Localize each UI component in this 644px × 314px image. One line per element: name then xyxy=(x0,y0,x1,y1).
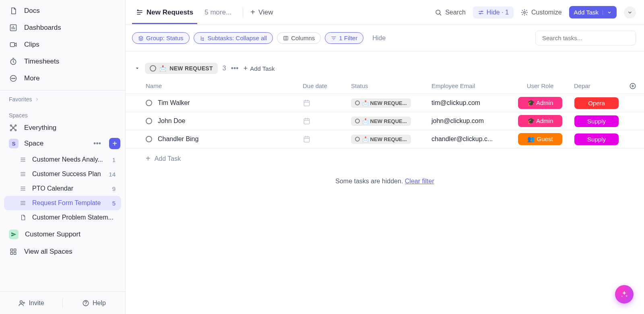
nav-item-timesheets[interactable]: Timesheets xyxy=(0,53,125,70)
list-name: Customer Success Plan xyxy=(32,170,103,178)
subtasks-pill[interactable]: Subtasks: Collapse all xyxy=(194,32,273,44)
calendar-icon[interactable] xyxy=(303,117,311,125)
cell-email[interactable]: john@clickup.com xyxy=(431,117,512,125)
sliders-icon xyxy=(478,9,484,16)
favorites-label: Favorites xyxy=(9,96,32,103)
calendar-icon[interactable] xyxy=(303,99,311,107)
chevron-down-icon[interactable] xyxy=(603,10,612,15)
add-task-row[interactable]: + Add Task xyxy=(126,148,644,169)
columns-pill[interactable]: Columns xyxy=(277,32,321,44)
svg-rect-29 xyxy=(304,137,309,142)
search-input[interactable] xyxy=(541,34,630,42)
hidden-text: Some tasks are hidden. xyxy=(335,178,405,185)
nav-item-customer-support[interactable]: Customer Support xyxy=(0,225,125,243)
search-icon xyxy=(435,9,442,16)
sidebar-list-item[interactable]: Customer Success Plan14 xyxy=(4,167,121,181)
sidebar-list-item[interactable]: Request Form Template5 xyxy=(4,196,121,210)
table-row[interactable]: Chandler Bing📩 NEW REQUE...chandler@clic… xyxy=(126,130,644,148)
filter-bar: Group: Status Subtasks: Collapse all Col… xyxy=(126,25,644,51)
status-circle-icon[interactable] xyxy=(146,100,152,106)
cell-email[interactable]: tim@clickup.com xyxy=(431,99,512,107)
status-circle-icon[interactable] xyxy=(146,118,152,124)
status-chip[interactable]: 📩 NEW REQUE... xyxy=(351,117,411,126)
help-icon xyxy=(82,300,89,307)
nav-item-more[interactable]: More xyxy=(0,70,125,87)
group-label: Group: Status xyxy=(146,35,184,41)
search-label: Search xyxy=(445,9,466,16)
status-circle-icon xyxy=(150,65,156,72)
hidden-tasks-message: Some tasks are hidden. Clear filter xyxy=(126,169,644,194)
dept-badge[interactable]: Opera xyxy=(574,97,619,109)
dept-badge[interactable]: Supply xyxy=(574,115,619,127)
filter-pill[interactable]: 1 Filter xyxy=(325,32,363,44)
calendar-icon[interactable] xyxy=(303,135,311,143)
content-area: 📩 NEW REQUEST 3 ••• + Add Task Name Due … xyxy=(126,51,644,314)
group-more-icon[interactable]: ••• xyxy=(231,64,239,73)
invite-button[interactable]: Invite xyxy=(0,300,62,307)
add-task-label: Add Task xyxy=(574,9,599,16)
hide-label: Hide · 1 xyxy=(487,9,509,16)
col-header-email[interactable]: Employee Email xyxy=(431,82,512,89)
col-header-name[interactable]: Name xyxy=(126,82,303,89)
table-row[interactable]: Tim Walker📩 NEW REQUE...tim@clickup.com🎓… xyxy=(126,94,644,112)
task-name: Chandler Bing xyxy=(158,135,198,143)
help-button[interactable]: Help xyxy=(63,300,125,307)
nav-item-view-all-spaces[interactable]: View all Spaces xyxy=(0,243,125,260)
ai-fab-button[interactable] xyxy=(615,285,634,304)
clear-filter-link[interactable]: Clear filter xyxy=(405,178,434,185)
group-pill[interactable]: Group: Status xyxy=(132,32,190,44)
col-header-due[interactable]: Due date xyxy=(303,82,351,89)
svg-point-21 xyxy=(480,13,481,14)
status-chip[interactable]: 📩 NEW REQUE... xyxy=(351,99,411,108)
customize-button[interactable]: Customize xyxy=(521,9,562,16)
status-circle-icon xyxy=(355,101,360,105)
nav-item-dashboards[interactable]: Dashboards xyxy=(0,19,125,36)
nav-label: Clips xyxy=(24,41,39,49)
col-header-status[interactable]: Status xyxy=(351,82,431,89)
svg-point-23 xyxy=(202,37,203,38)
sidebar-footer: Invite Help xyxy=(0,291,125,314)
sidebar-list-item[interactable]: Customer Needs Analy...1 xyxy=(4,152,121,167)
more-views-button[interactable]: 5 more... xyxy=(200,8,235,16)
hide-button[interactable]: Hide xyxy=(372,35,386,42)
search-button[interactable]: Search xyxy=(435,9,466,16)
search-tasks-input[interactable] xyxy=(535,31,636,45)
status-circle-icon xyxy=(355,119,360,123)
dept-badge[interactable]: Supply xyxy=(574,133,619,145)
tab-new-requests[interactable]: New Requests xyxy=(132,1,197,24)
add-view-button[interactable]: + View xyxy=(250,8,273,17)
status-chip[interactable]: 📩 NEW REQUE... xyxy=(351,135,411,144)
status-circle-icon[interactable] xyxy=(146,136,152,142)
group-add-task-button[interactable]: + Add Task xyxy=(244,64,275,73)
overflow-button[interactable] xyxy=(624,6,636,18)
nav-item-everything[interactable]: Everything xyxy=(0,121,125,135)
table-row[interactable]: John Doe📩 NEW REQUE...john@clickup.com🎓 … xyxy=(126,112,644,130)
svg-point-6 xyxy=(14,78,15,79)
space-more-icon[interactable]: ••• xyxy=(91,140,103,148)
role-badge[interactable]: 🎓 Admin xyxy=(518,97,562,109)
sidebar-list-item[interactable]: Customer Problem Statem... xyxy=(4,210,121,225)
svg-rect-1 xyxy=(10,43,15,47)
add-task-row-label: Add Task xyxy=(155,155,181,162)
col-header-dept[interactable]: Depar xyxy=(568,82,625,89)
add-space-button[interactable]: + xyxy=(109,138,120,149)
nav-item-clips[interactable]: Clips xyxy=(0,36,125,53)
role-badge[interactable]: 🎓 Admin xyxy=(518,115,562,127)
paper-plane-icon xyxy=(9,230,19,239)
grid-header: Name Due date Status Employee Email User… xyxy=(126,78,644,94)
add-column-button[interactable] xyxy=(625,82,641,90)
collapse-icon[interactable] xyxy=(134,66,140,71)
hide-fields-button[interactable]: Hide · 1 xyxy=(473,6,514,18)
group-emoji: 📩 xyxy=(159,65,166,72)
group-status-chip[interactable]: 📩 NEW REQUEST xyxy=(145,63,218,74)
space-row[interactable]: S Space ••• + xyxy=(0,135,125,152)
favorites-section[interactable]: Favorites xyxy=(0,93,125,105)
role-badge[interactable]: 👥 Guest xyxy=(518,133,562,145)
nav-label: Docs xyxy=(24,7,40,15)
col-header-role[interactable]: User Role xyxy=(512,82,568,89)
cell-email[interactable]: chandler@clickup.c... xyxy=(431,135,512,143)
nav-item-docs[interactable]: Docs xyxy=(0,2,125,19)
sidebar-list-item[interactable]: PTO Calendar9 xyxy=(4,181,121,196)
add-task-button[interactable]: Add Task xyxy=(569,6,617,18)
space-badge: S xyxy=(9,139,19,148)
